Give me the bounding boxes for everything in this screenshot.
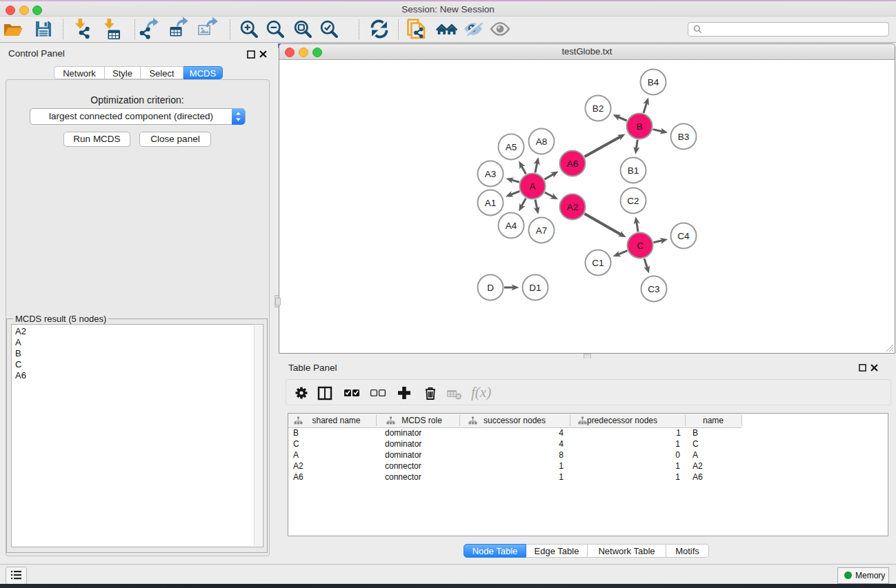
svg-text:A4: A4 xyxy=(506,221,517,231)
svg-text:D1: D1 xyxy=(529,283,541,293)
svg-text:A8: A8 xyxy=(536,136,548,147)
svg-text:C4: C4 xyxy=(677,231,690,241)
svg-text:B1: B1 xyxy=(628,165,639,176)
svg-text:A2: A2 xyxy=(567,202,579,212)
svg-text:A5: A5 xyxy=(506,142,517,152)
svg-text:B: B xyxy=(636,121,642,132)
svg-text:B2: B2 xyxy=(593,103,604,114)
svg-text:A6: A6 xyxy=(567,159,579,169)
svg-text:A3: A3 xyxy=(485,169,497,179)
svg-text:A1: A1 xyxy=(485,198,497,208)
svg-text:B3: B3 xyxy=(678,132,690,142)
svg-text:B4: B4 xyxy=(648,77,659,88)
svg-text:D: D xyxy=(487,283,494,293)
svg-text:C3: C3 xyxy=(648,284,659,294)
svg-text:C2: C2 xyxy=(627,196,639,206)
svg-text:C: C xyxy=(637,241,644,251)
svg-text:C1: C1 xyxy=(592,258,604,268)
svg-text:A: A xyxy=(529,181,535,192)
svg-text:A7: A7 xyxy=(536,225,548,236)
